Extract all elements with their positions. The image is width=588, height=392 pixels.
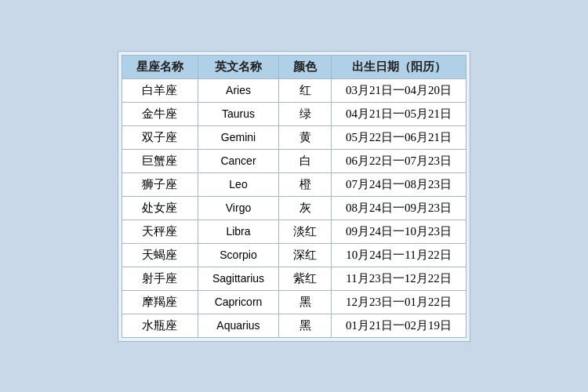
cell-color: 橙: [279, 172, 332, 196]
cell-date-range: 12月23日一01月22日: [332, 290, 466, 314]
column-header: 颜色: [279, 55, 332, 78]
table-row: 天秤座Libra淡红09月24日一10月23日: [122, 220, 466, 243]
cell-date-range: 03月21日一04月20日: [332, 78, 466, 102]
cell-chinese-name: 处女座: [122, 196, 198, 220]
cell-english-name: Taurus: [198, 102, 278, 125]
cell-date-range: 11月23日一12月22日: [332, 267, 466, 290]
cell-chinese-name: 天蝎座: [122, 243, 198, 267]
cell-chinese-name: 摩羯座: [122, 290, 198, 314]
table-row: 金牛座Taurus绿04月21日一05月21日: [122, 102, 466, 125]
table-row: 天蝎座Scorpio深红10月24日一11月22日: [122, 243, 466, 267]
cell-english-name: Virgo: [198, 196, 278, 220]
cell-date-range: 07月24日一08月23日: [332, 172, 466, 196]
cell-english-name: Capricorn: [198, 290, 278, 314]
zodiac-table: 星座名称英文名称颜色出生日期（阳历） 白羊座Aries红03月21日一04月20…: [122, 55, 466, 338]
cell-english-name: Aquarius: [198, 314, 278, 337]
cell-english-name: Sagittarius: [198, 267, 278, 290]
cell-chinese-name: 狮子座: [122, 172, 198, 196]
cell-color: 紫红: [279, 267, 332, 290]
table-row: 狮子座Leo橙07月24日一08月23日: [122, 172, 466, 196]
cell-color: 黄: [279, 125, 332, 149]
cell-date-range: 06月22日一07月23日: [332, 149, 466, 172]
cell-color: 白: [279, 149, 332, 172]
cell-color: 黑: [279, 290, 332, 314]
zodiac-table-wrapper: 星座名称英文名称颜色出生日期（阳历） 白羊座Aries红03月21日一04月20…: [118, 51, 470, 342]
cell-date-range: 08月24日一09月23日: [332, 196, 466, 220]
cell-english-name: Scorpio: [198, 243, 278, 267]
cell-date-range: 01月21日一02月19日: [332, 314, 466, 337]
cell-chinese-name: 金牛座: [122, 102, 198, 125]
cell-color: 灰: [279, 196, 332, 220]
cell-english-name: Leo: [198, 172, 278, 196]
table-row: 处女座Virgo灰08月24日一09月23日: [122, 196, 466, 220]
cell-color: 绿: [279, 102, 332, 125]
table-row: 双子座Gemini黄05月22日一06月21日: [122, 125, 466, 149]
cell-english-name: Cancer: [198, 149, 278, 172]
table-row: 射手座Sagittarius紫红11月23日一12月22日: [122, 267, 466, 290]
cell-english-name: Aries: [198, 78, 278, 102]
cell-color: 深红: [279, 243, 332, 267]
cell-english-name: Gemini: [198, 125, 278, 149]
cell-color: 黑: [279, 314, 332, 337]
cell-chinese-name: 天秤座: [122, 220, 198, 243]
cell-date-range: 10月24日一11月22日: [332, 243, 466, 267]
cell-color: 淡红: [279, 220, 332, 243]
cell-english-name: Libra: [198, 220, 278, 243]
table-row: 巨蟹座Cancer白06月22日一07月23日: [122, 149, 466, 172]
cell-date-range: 09月24日一10月23日: [332, 220, 466, 243]
table-row: 水瓶座Aquarius黑01月21日一02月19日: [122, 314, 466, 337]
cell-chinese-name: 射手座: [122, 267, 198, 290]
table-row: 摩羯座Capricorn黑12月23日一01月22日: [122, 290, 466, 314]
cell-date-range: 05月22日一06月21日: [332, 125, 466, 149]
cell-chinese-name: 水瓶座: [122, 314, 198, 337]
cell-chinese-name: 白羊座: [122, 78, 198, 102]
cell-color: 红: [279, 78, 332, 102]
table-row: 白羊座Aries红03月21日一04月20日: [122, 78, 466, 102]
table-header-row: 星座名称英文名称颜色出生日期（阳历）: [122, 55, 466, 78]
cell-date-range: 04月21日一05月21日: [332, 102, 466, 125]
column-header: 出生日期（阳历）: [332, 55, 466, 78]
cell-chinese-name: 巨蟹座: [122, 149, 198, 172]
cell-chinese-name: 双子座: [122, 125, 198, 149]
column-header: 星座名称: [122, 55, 198, 78]
column-header: 英文名称: [198, 55, 278, 78]
